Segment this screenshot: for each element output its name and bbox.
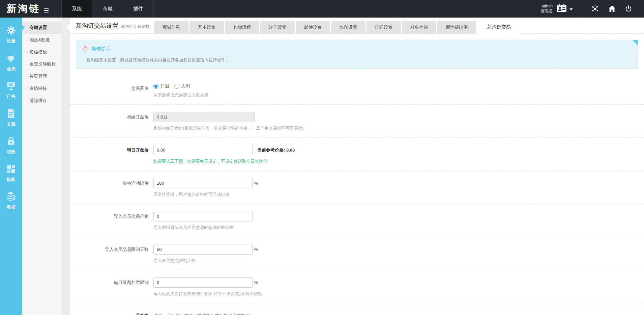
row-trade-switch: 交易开关 开启 关闭 关闭后将仅允许测试人员交易 xyxy=(70,76,644,105)
field-note: 系统初始开盘价(系统没有任何一笔交易时取的价格，一旦产生交易就不可再更改) xyxy=(153,126,644,131)
row-initial-price: 初始开盘价 系统初始开盘价(系统没有任何一笔交易时取的价格，一旦产生交易就不可再… xyxy=(70,105,644,138)
row-fee: 手续费 说明：手续费是在交易成功之后才从提现币中扣除 挂卖比例(大于等于) 手续… xyxy=(70,303,644,315)
tab-watermark-settings[interactable]: 水印设置 xyxy=(331,21,365,33)
field-note: 正常挂卖时，用户输入价格的可浮动比例 xyxy=(153,192,644,198)
submenu-item-homepage[interactable]: 首页管理 xyxy=(22,70,61,82)
sidebar-item-settings[interactable]: 设置 xyxy=(0,21,22,49)
submenu-label: 友情链接 xyxy=(29,85,47,91)
fee-note: 说明：手续费是在交易成功之后才从提现币中扣除 xyxy=(153,310,644,315)
tab-mall-info[interactable]: 商城信息 xyxy=(154,21,188,33)
submenu-label: 地区&配送 xyxy=(29,37,50,43)
radio-off-label: 关闭 xyxy=(181,83,190,89)
radio-option-on[interactable]: 开启 xyxy=(153,83,169,89)
submenu-item-clear-cache[interactable]: 清除缓存 xyxy=(22,95,61,107)
tomorrow-price-input[interactable] xyxy=(153,145,253,155)
submenu-item-sms-template[interactable]: 短信模板 xyxy=(22,46,61,58)
top-menu-item-system[interactable]: 系统 xyxy=(61,0,92,18)
submenu-item-region-delivery[interactable]: 地区&配送 xyxy=(22,34,61,46)
tab-basic-settings[interactable]: 基本设置 xyxy=(189,21,224,33)
field-label: 初始开盘价 xyxy=(70,112,153,131)
tab-label: 水印设置 xyxy=(340,25,357,30)
radio-off-icon[interactable] xyxy=(174,84,179,89)
reference-price-value: 0.00 xyxy=(286,148,295,153)
ad-board-icon: AD xyxy=(6,81,16,92)
percent-unit: % xyxy=(254,280,258,285)
float-ratio-input[interactable] xyxy=(153,178,253,188)
user-menu[interactable]: admin 管理员 xyxy=(540,4,573,14)
percent-unit: % xyxy=(254,247,258,252)
tab-label: 短信设置 xyxy=(269,25,286,30)
submenu-item-custom-nav[interactable]: 自定义导航栏 xyxy=(22,58,61,70)
settings-form: 交易开关 开启 关闭 关闭后将仅允许测试人员交易 xyxy=(70,75,644,315)
field-note: 导入的旧系统会员挂卖交易时新淘链的价格 xyxy=(153,225,644,231)
tab-label: 基本设置 xyxy=(198,25,215,30)
card-header: 新淘链交易设置 新淘链交易参数 商城信息 基本设置 购物流程 短信设置 邮件设置… xyxy=(70,18,644,34)
blocks-icon xyxy=(6,164,16,175)
sidebar-item-data[interactable]: 数据 xyxy=(0,187,22,215)
tab-object-storage[interactable]: 对象存储 xyxy=(402,21,436,33)
import-days-input[interactable] xyxy=(153,244,253,255)
row-tomorrow-price: 明日开盘价 当前参考价格: 0.00 如需要人工干预，则需要每天设定，不设定默认… xyxy=(70,138,644,171)
sidebar-item-members[interactable]: 会员 xyxy=(0,49,22,76)
page-subtitle: 新淘链交易参数 xyxy=(121,24,149,29)
hand-pointer-icon xyxy=(82,45,89,53)
field-note: 如需要人工干预，则需要每天设定，不设定默认取今日收盘价 xyxy=(153,159,644,164)
sidebar-item-label: 设置 xyxy=(7,38,16,44)
submenu-label: 首页管理 xyxy=(29,73,47,79)
tab-mail-settings[interactable]: 邮件设置 xyxy=(296,21,330,33)
top-menu-item-mall[interactable]: 商城 xyxy=(92,0,123,18)
sidebar-item-permissions[interactable]: 权限 xyxy=(0,132,22,159)
tab-bar: 商城信息 基本设置 购物流程 短信设置 邮件设置 水印设置 推送设置 对象存储 … xyxy=(154,20,641,33)
sidebar-item-ads[interactable]: AD 广告 xyxy=(0,76,22,104)
tab-ratio[interactable]: 新淘链比例 xyxy=(437,21,476,33)
tab-shopping-flow[interactable]: 购物流程 xyxy=(225,21,259,33)
tab-push-settings[interactable]: 推送设置 xyxy=(367,21,401,33)
field-label: 价格浮动比例 xyxy=(70,178,153,198)
tab-label: 购物流程 xyxy=(233,25,251,30)
field-label: 每日最高挂卖限制 xyxy=(70,277,153,297)
radio-option-off[interactable]: 关闭 xyxy=(174,83,190,89)
radio-on-label: 开启 xyxy=(160,83,169,89)
user-name: admin xyxy=(540,4,553,9)
tab-trade[interactable]: 新淘链交易 xyxy=(477,20,521,34)
field-label: 导入会员交易限制天数 xyxy=(70,244,153,264)
lock-icon xyxy=(6,136,16,148)
network-icon[interactable] xyxy=(591,5,599,13)
sidebar-item-articles[interactable]: 文章 xyxy=(0,104,22,132)
sidebar-item-templates[interactable]: 模板 xyxy=(0,159,22,187)
sidebar-item-label: 会员 xyxy=(7,66,16,72)
submenu-label: 短信模板 xyxy=(29,49,47,55)
tab-label: 新淘链交易 xyxy=(487,24,511,29)
submenu-item-mall-settings[interactable]: 商城设置 xyxy=(22,22,61,34)
top-menu: 系统 商城 插件 xyxy=(61,0,154,18)
power-icon[interactable] xyxy=(625,5,632,12)
submenu-label: 清除缓存 xyxy=(29,98,47,104)
field-label: 交易开关 xyxy=(70,83,153,98)
percent-unit: % xyxy=(254,181,258,186)
sidebar-item-label: 文章 xyxy=(7,121,16,127)
tab-label: 推送设置 xyxy=(375,25,392,30)
reference-price-label: 当前参考价格: xyxy=(257,148,285,153)
logo-text: 新淘链 xyxy=(7,2,40,16)
page-title: 新淘链交易设置 xyxy=(76,22,118,30)
submenu: 商城设置 地区&配送 短信模板 自定义导航栏 首页管理 友情链接 清除缓存 xyxy=(22,18,61,315)
sidebar-item-label: 模板 xyxy=(7,177,16,183)
svg-text:AD: AD xyxy=(9,83,13,87)
sidebar-toggle-icon[interactable] xyxy=(43,8,49,14)
top-menu-item-plugin[interactable]: 插件 xyxy=(123,0,154,18)
icon-sidebar: 设置 会员 AD 广告 文章 权限 xyxy=(0,18,22,315)
content-card: 新淘链交易设置 新淘链交易参数 商城信息 基本设置 购物流程 短信设置 邮件设置… xyxy=(70,18,644,315)
field-label: 明日开盘价 xyxy=(70,145,153,164)
home-icon[interactable] xyxy=(608,5,616,13)
document-icon xyxy=(6,108,16,120)
row-daily-limit: 每日最高挂卖限制 % 每天最高挂卖持有数量的百分比,如果不设置或为0则不限制 xyxy=(70,270,644,303)
radio-on-icon[interactable] xyxy=(153,84,158,89)
row-import-days: 导入会员交易限制天数 % 导入会员交易限制天数 xyxy=(70,237,644,270)
database-icon xyxy=(6,191,16,203)
top-menu-label: 插件 xyxy=(133,6,143,12)
import-price-input[interactable] xyxy=(153,211,253,221)
submenu-item-friend-links[interactable]: 友情链接 xyxy=(22,82,61,95)
tab-sms-settings[interactable]: 短信设置 xyxy=(260,21,295,33)
field-note: 关闭后将仅允许测试人员交易 xyxy=(153,93,644,98)
daily-limit-input[interactable] xyxy=(153,277,253,288)
